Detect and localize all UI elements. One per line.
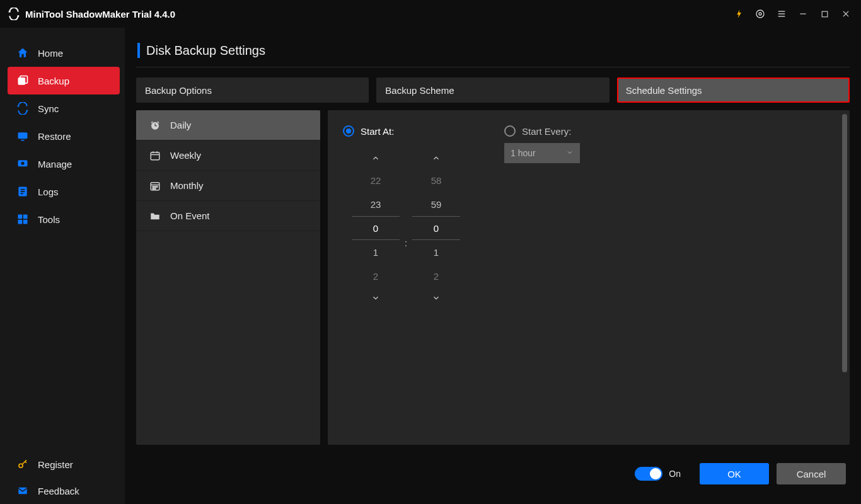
sidebar-item-label: Home	[38, 48, 63, 59]
sidebar-item-register[interactable]: Register	[0, 451, 125, 478]
sidebar-item-manage[interactable]: Manage	[0, 150, 125, 178]
clock-icon	[149, 119, 161, 132]
start-every-select[interactable]: 1 hour	[504, 143, 580, 163]
sidebar-item-label: Tools	[38, 214, 60, 225]
folder-icon	[149, 210, 161, 222]
hour-wheel[interactable]: 22 23 0 1 2	[352, 148, 400, 308]
hour-value[interactable]: 1	[352, 240, 400, 264]
minute-up-button[interactable]	[412, 148, 460, 168]
tab-backup-scheme[interactable]: Backup Scheme	[376, 77, 609, 103]
footer: On OK Cancel	[136, 455, 850, 493]
minute-value[interactable]: 2	[412, 264, 460, 288]
svg-line-28	[151, 122, 153, 123]
toggle-switch[interactable]	[635, 467, 662, 481]
help-icon[interactable]	[751, 5, 769, 23]
sidebar-item-label: Feedback	[38, 486, 79, 496]
main-area: Disk Backup Settings Backup Options Back…	[125, 28, 861, 504]
svg-rect-22	[23, 220, 28, 224]
title-accent	[137, 43, 140, 58]
radio-start-every[interactable]: Start Every:	[504, 125, 580, 137]
start-at-block: Start At: 22 23 0	[343, 125, 460, 308]
upgrade-icon[interactable]	[730, 5, 748, 23]
frequency-list: Daily Weekly Monthly	[136, 110, 320, 445]
hour-up-button[interactable]	[352, 148, 400, 168]
sidebar-item-label: Restore	[38, 131, 71, 142]
hour-value[interactable]: 2	[352, 264, 400, 288]
svg-point-0	[756, 10, 764, 18]
app-title-text: MiniTool ShadowMaker Trial 4.4.0	[25, 9, 175, 20]
manage-icon	[16, 158, 29, 170]
svg-rect-11	[18, 132, 28, 139]
sidebar-item-label: Sync	[38, 103, 59, 114]
settings-tabs: Backup Options Backup Scheme Schedule Se…	[136, 77, 850, 103]
sidebar-item-feedback[interactable]: Feedback	[0, 478, 125, 504]
svg-line-29	[158, 122, 159, 123]
freq-item-weekly[interactable]: Weekly	[136, 140, 320, 171]
minimize-icon[interactable]	[794, 5, 812, 23]
hour-value[interactable]: 23	[352, 192, 400, 216]
app-title: MiniTool ShadowMaker Trial 4.4.0	[8, 8, 175, 20]
sidebar-nav: Home Backup Sync Restore	[0, 39, 125, 233]
tab-schedule-settings[interactable]: Schedule Settings	[617, 77, 850, 103]
schedule-toggle[interactable]: On	[635, 467, 681, 481]
radio-icon	[343, 125, 354, 137]
scrollbar[interactable]	[842, 114, 847, 372]
home-icon	[16, 47, 29, 59]
svg-point-23	[19, 464, 23, 467]
maximize-icon[interactable]	[816, 5, 833, 23]
radio-label: Start At:	[361, 126, 394, 137]
calendar-week-icon	[149, 149, 161, 162]
sidebar-item-logs[interactable]: Logs	[0, 178, 125, 205]
menu-icon[interactable]	[773, 5, 790, 23]
toggle-label: On	[669, 469, 681, 479]
svg-rect-19	[18, 215, 23, 219]
radio-icon	[504, 125, 516, 137]
sidebar-item-sync[interactable]: Sync	[0, 94, 125, 122]
svg-point-36	[153, 186, 154, 187]
hour-value[interactable]: 22	[352, 168, 400, 192]
hour-down-button[interactable]	[352, 288, 400, 308]
page-title: Disk Backup Settings	[146, 43, 265, 58]
key-icon	[16, 458, 29, 471]
freq-item-onevent[interactable]: On Event	[136, 201, 320, 231]
minute-down-button[interactable]	[412, 288, 460, 308]
minute-value[interactable]: 59	[412, 192, 460, 216]
title-bar: MiniTool ShadowMaker Trial 4.4.0	[0, 0, 861, 28]
minute-value-selected[interactable]: 0	[412, 216, 460, 240]
svg-point-40	[154, 188, 156, 189]
minute-wheel[interactable]: 58 59 0 1 2	[412, 148, 460, 308]
start-every-block: Start Every: 1 hour	[504, 125, 580, 163]
tab-backup-options[interactable]: Backup Options	[136, 77, 369, 103]
sidebar-item-label: Manage	[38, 159, 72, 169]
sidebar-item-restore[interactable]: Restore	[0, 122, 125, 150]
svg-rect-12	[21, 140, 25, 141]
ok-button[interactable]: OK	[700, 463, 769, 484]
chevron-up-icon	[432, 154, 441, 163]
minute-value[interactable]: 1	[412, 240, 460, 264]
minute-value[interactable]: 58	[412, 168, 460, 192]
calendar-month-icon	[149, 180, 161, 192]
sidebar-item-home[interactable]: Home	[0, 39, 125, 67]
freq-item-daily[interactable]: Daily	[136, 110, 320, 140]
hour-value-selected[interactable]: 0	[352, 216, 400, 240]
freq-label: Monthly	[170, 180, 204, 191]
freq-item-monthly[interactable]: Monthly	[136, 171, 320, 201]
backup-icon	[16, 74, 29, 87]
sidebar-item-tools[interactable]: Tools	[0, 205, 125, 233]
cancel-button[interactable]: Cancel	[777, 463, 846, 484]
svg-rect-30	[151, 152, 159, 159]
sidebar-item-label: Backup	[38, 76, 69, 86]
sidebar-item-backup[interactable]: Backup	[8, 67, 120, 94]
close-icon[interactable]	[837, 5, 855, 23]
sidebar-item-label: Register	[38, 459, 73, 470]
chevron-down-icon	[371, 294, 380, 302]
svg-rect-20	[23, 215, 28, 219]
time-picker: 22 23 0 1 2	[352, 148, 460, 308]
svg-point-37	[154, 186, 156, 187]
chevron-down-icon	[432, 294, 441, 302]
svg-rect-6	[822, 11, 828, 17]
radio-start-at[interactable]: Start At:	[343, 125, 460, 137]
page-title-row: Disk Backup Settings	[137, 43, 850, 58]
logs-icon	[16, 185, 29, 198]
chevron-up-icon	[371, 154, 380, 163]
